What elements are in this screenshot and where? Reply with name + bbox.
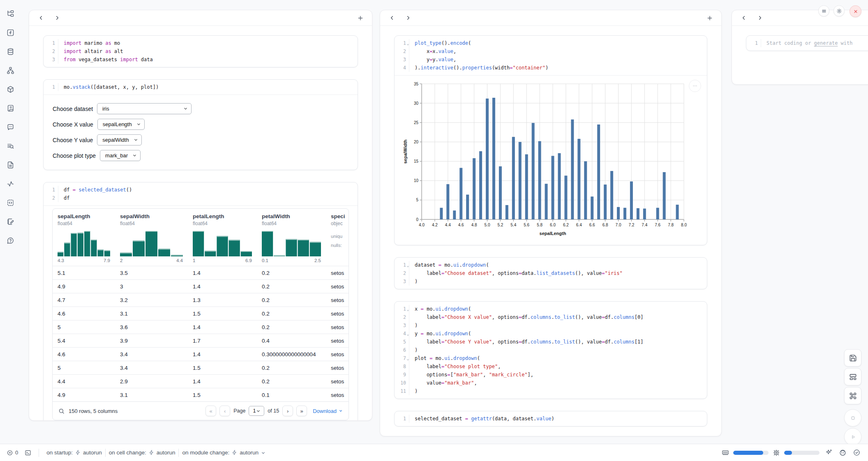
- chatbot-icon[interactable]: [4, 121, 16, 133]
- table-column-header[interactable]: sepalWidthfloat6424.4: [115, 213, 188, 263]
- column-collapse-right-button[interactable]: [52, 13, 62, 23]
- table-cell: 0.2: [257, 324, 326, 330]
- chart-actions-button[interactable]: [689, 80, 701, 92]
- code-editor[interactable]: 1x = mo.ui.dropdown(2 label="Choose X va…: [395, 302, 707, 399]
- activity-sidebar: [0, 0, 21, 444]
- column-name: sepalLength: [58, 213, 112, 219]
- save-button[interactable]: [844, 349, 861, 366]
- stop-button[interactable]: [844, 409, 861, 426]
- layout-toggle-button[interactable]: [844, 368, 861, 385]
- code-editor[interactable]: 1Start coding or generate with: [746, 36, 868, 51]
- connection-status-button[interactable]: [852, 448, 861, 458]
- run-button[interactable]: [844, 428, 861, 445]
- help-icon[interactable]: [4, 234, 16, 247]
- table-row[interactable]: 4.63.41.40.3000000000000004setos: [53, 347, 349, 361]
- column-collapse-left-button[interactable]: [36, 13, 46, 23]
- function-square-icon[interactable]: [4, 26, 16, 39]
- table-cell: 0.2: [257, 270, 326, 276]
- add-cell-button[interactable]: [356, 13, 365, 23]
- scroll-icon[interactable]: [4, 102, 16, 114]
- table-column-header[interactable]: petalLengthfloat6416.9: [188, 213, 257, 263]
- dropdown-select-choose-plot-type[interactable]: mark_bar: [100, 150, 141, 161]
- table-row[interactable]: 4.63.11.50.2setos: [53, 307, 349, 320]
- code-text: value="mark_bar",: [409, 379, 477, 387]
- command-palette-button[interactable]: [844, 387, 861, 404]
- autorun-setting-3[interactable]: on module change:autorun: [182, 449, 265, 456]
- errors-indicator[interactable]: 0: [7, 449, 18, 456]
- search-list-icon[interactable]: [4, 140, 16, 152]
- table-row[interactable]: 5.13.51.40.2setos: [53, 266, 349, 279]
- database-icon[interactable]: [4, 45, 16, 58]
- autorun-setting-2[interactable]: on cell change:autorun: [109, 449, 175, 456]
- dropdown-select-choose-y-value[interactable]: sepalWidth: [97, 134, 141, 145]
- menu-button[interactable]: [818, 5, 829, 16]
- column-collapse-right-button[interactable]: [403, 13, 413, 23]
- code-text: df = selected_dataset(): [58, 186, 132, 194]
- column-collapse-left-button[interactable]: [387, 13, 397, 23]
- fold-chevron-icon[interactable]: [406, 263, 410, 266]
- altair-bar-chart[interactable]: 4.04.24.44.64.85.05.25.45.65.86.06.26.46…: [403, 79, 690, 238]
- table-column-header[interactable]: petalWidthfloat640.12.5: [257, 213, 326, 263]
- table-row[interactable]: 53.61.40.2setos: [53, 320, 349, 334]
- fold-chevron-icon[interactable]: [406, 356, 410, 360]
- table-cell: 5.1: [53, 270, 115, 276]
- code-editor[interactable]: 1mo.vstack([dataset, x, y, plot]): [44, 80, 358, 95]
- first-page-button[interactable]: «: [205, 406, 216, 416]
- table-row[interactable]: 53.41.50.2setos: [53, 361, 349, 374]
- svg-text:4.2: 4.2: [432, 223, 438, 227]
- package-icon[interactable]: [4, 83, 16, 95]
- code-line: 1mo.vstack([dataset, x, y, plot]): [44, 83, 358, 91]
- table-row[interactable]: 4.42.91.40.2setos: [53, 374, 349, 388]
- workflow-icon[interactable]: [4, 64, 16, 76]
- table-footer: 150 rows, 5 columns«‹Page1of 15›»Downloa…: [53, 401, 349, 420]
- fold-chevron-icon[interactable]: [406, 331, 410, 335]
- editor-placeholder[interactable]: Start coding or generate with: [761, 39, 853, 47]
- document-icon[interactable]: [4, 159, 16, 171]
- fold-chevron-icon[interactable]: [406, 41, 410, 44]
- column-collapse-left-button[interactable]: [739, 13, 748, 23]
- terminal-button[interactable]: [25, 449, 31, 456]
- table-column-header[interactable]: sepalLengthfloat644.37.9: [53, 213, 115, 263]
- cell-plot-cell: 1plot_type().encode(2 x=x.value,3 y=y.va…: [394, 35, 707, 245]
- code-editor[interactable]: 1df = selected_dataset()2df: [44, 182, 358, 205]
- table-row[interactable]: 4.931.40.2setos: [53, 279, 349, 293]
- autorun-setting-1[interactable]: on startup:autorun: [46, 449, 102, 456]
- code-editor[interactable]: 1dataset = mo.ui.dropdown(2 label="Choos…: [395, 258, 707, 289]
- column-collapse-right-button[interactable]: [755, 13, 765, 23]
- add-cell-button[interactable]: [705, 13, 715, 23]
- prev-page-button[interactable]: ‹: [219, 406, 230, 416]
- code-editor[interactable]: 1import marimo as mo2import altair as al…: [44, 36, 358, 67]
- settings-button[interactable]: [833, 5, 845, 16]
- copilot-button[interactable]: [838, 448, 847, 458]
- page-select[interactable]: 1: [249, 406, 264, 416]
- download-button[interactable]: Download: [313, 408, 343, 414]
- table-row[interactable]: 4.93.11.50.1setos: [53, 388, 349, 401]
- table-cell: 4.7: [53, 297, 115, 303]
- notebook-pen-icon[interactable]: [4, 215, 16, 228]
- file-tree-icon[interactable]: [4, 7, 16, 20]
- page-label: Page: [233, 408, 245, 414]
- search-icon[interactable]: [58, 408, 65, 414]
- table-row[interactable]: 4.73.21.30.2setos: [53, 293, 349, 307]
- table-cell: 1.4: [188, 324, 257, 330]
- code-editor[interactable]: 1plot_type().encode(2 x=x.value,3 y=y.va…: [395, 36, 707, 75]
- fold-chevron-icon[interactable]: [406, 307, 410, 310]
- last-page-button[interactable]: »: [296, 406, 307, 416]
- dropdown-select-choose-x-value[interactable]: sepalLength: [97, 119, 145, 130]
- generate-with-ai-link[interactable]: generate: [814, 40, 838, 46]
- ai-sparkles-button[interactable]: [824, 448, 833, 458]
- code-text: dataset = mo.ui.dropdown(: [409, 261, 489, 269]
- code-text: label="Choose dataset", options=data.lis…: [409, 269, 623, 277]
- table-column-header[interactable]: speciobjecuniqunulls:: [326, 213, 349, 263]
- line-number: 3: [44, 55, 58, 64]
- next-page-button[interactable]: ›: [282, 406, 293, 416]
- table-row[interactable]: 5.43.91.70.4setos: [53, 334, 349, 347]
- code-editor[interactable]: 1selected_dataset = getattr(data, datase…: [395, 411, 707, 426]
- snippets-icon[interactable]: [4, 196, 16, 209]
- memory-icon: [722, 449, 729, 456]
- dropdown-select-choose-dataset[interactable]: iris: [97, 103, 192, 114]
- svg-text:sepalLength: sepalLength: [540, 231, 566, 236]
- close-button[interactable]: [850, 5, 861, 17]
- activity-icon[interactable]: [4, 177, 16, 190]
- code-line: 8 label="Choose plot type",: [395, 362, 707, 371]
